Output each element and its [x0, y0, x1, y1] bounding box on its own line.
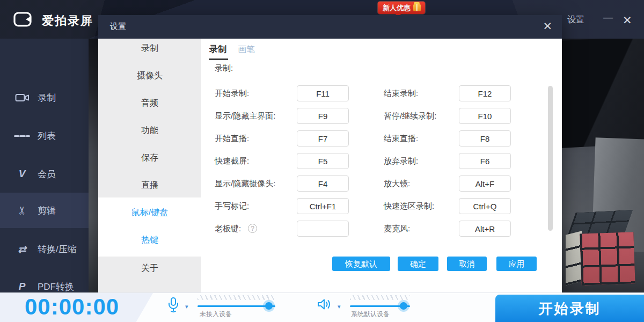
hotkey-input-stop-record[interactable] — [459, 85, 511, 101]
dialog-close-icon[interactable]: ✕ — [543, 20, 552, 33]
speaker-volume-ticks — [350, 295, 410, 300]
hotkey-label: 显示/隐藏主界面: — [215, 108, 275, 124]
nav-item-live[interactable]: 直播 — [98, 179, 201, 192]
hotkey-row: 开始直播: 结束直播: — [201, 130, 562, 147]
hotkey-label: 老板键: — [215, 221, 241, 237]
ok-button[interactable]: 确定 — [398, 257, 438, 271]
recording-timer: 00:00:00 — [25, 294, 119, 320]
hotkey-row: 开始录制: 结束录制: — [201, 85, 562, 101]
camcorder-icon — [14, 92, 30, 103]
nav-item-about[interactable]: 关于 — [98, 262, 201, 275]
microphone-icon[interactable] — [167, 297, 179, 313]
dialog-titlebar: 设置 ✕ — [98, 15, 562, 39]
hotkey-label: 手写标记: — [215, 198, 249, 214]
cancel-button[interactable]: 取消 — [447, 257, 487, 271]
hotkey-row: 手写标记: 快速选区录制: — [201, 198, 562, 214]
sidebar-item-member[interactable]: V 会员 — [0, 161, 89, 187]
sidebar-item-label: 会员 — [38, 168, 56, 180]
hotkey-input-toggle-camera[interactable] — [297, 175, 349, 192]
mic-volume-knob[interactable] — [265, 302, 273, 310]
hotkey-label: 显示/隐藏摄像头: — [215, 175, 275, 192]
sidebar-item-convert[interactable]: ⇄ 转换/压缩 — [0, 236, 89, 262]
restore-defaults-button[interactable]: 恢复默认 — [332, 257, 390, 271]
sidebar-item-label: 转换/压缩 — [38, 243, 77, 255]
hotkey-label: 麦克风: — [384, 221, 410, 237]
mic-volume-slider[interactable] — [197, 305, 275, 307]
sidebar-item-label: 列表 — [38, 130, 56, 142]
nav-item-feature[interactable]: 功能 — [98, 124, 201, 137]
hotkey-input-region-record[interactable] — [459, 198, 511, 214]
speaker-dropdown-chevron-down-icon[interactable]: ▾ — [338, 303, 341, 310]
hotkey-input-stop-live[interactable] — [459, 130, 511, 147]
rubiks-cube-image — [562, 211, 634, 287]
sidebar-item-record[interactable]: 录制 — [0, 85, 89, 111]
mic-dropdown-chevron-down-icon[interactable]: ▾ — [185, 303, 188, 310]
speaker-icon[interactable] — [317, 298, 332, 311]
nav-item-camera[interactable]: 摄像头 — [98, 69, 201, 82]
sidebar-item-edit[interactable]: ✂ 剪辑 — [0, 193, 89, 228]
hotkey-input-start-record[interactable] — [297, 85, 349, 101]
tab-brush[interactable]: 画笔 — [238, 44, 255, 55]
tab-record[interactable]: 录制 — [209, 44, 226, 55]
window-settings-button[interactable]: 设置 — [567, 14, 584, 26]
settings-dialog: 设置 ✕ 录制 摄像头 音频 功能 保存 直播 鼠标/键盘 热键 关于 录制 画… — [98, 15, 562, 292]
hotkey-label: 结束录制: — [384, 85, 418, 101]
hotkey-input-magnifier[interactable] — [459, 175, 511, 192]
hotkey-input-annotate[interactable] — [297, 198, 349, 214]
hotkey-input-pause-resume[interactable] — [459, 108, 511, 124]
nav-item-mouse-keyboard[interactable]: 鼠标/键盘 — [98, 206, 201, 219]
sidebar: 录制 列表 V 会员 ✂ 剪辑 ⇄ 转换/压缩 P PDF转换 — [0, 39, 89, 292]
convert-arrows-icon: ⇄ — [14, 243, 30, 255]
hotkey-input-start-live[interactable] — [297, 130, 349, 147]
app-window: 爱拍录屏 新人优惠 设置 — ✕ 录制 列表 V 会员 ✂ 剪辑 ⇄ 转换/压缩 — [0, 0, 644, 322]
hotkey-input-screenshot[interactable] — [297, 153, 349, 169]
apply-button[interactable]: 应用 — [496, 257, 537, 271]
hotkey-label: 暂停/继续录制: — [384, 108, 436, 124]
hotkey-input-discard-record[interactable] — [459, 153, 511, 169]
hotkey-label: 结束直播: — [384, 130, 418, 147]
section-label: 录制: — [215, 63, 233, 74]
hotkey-row: 显示/隐藏摄像头: 放大镜: — [201, 175, 562, 192]
sidebar-item-list[interactable]: 列表 — [0, 123, 89, 149]
hotkey-settings-panel: 录制 画笔 录制: 开始录制: 结束录制: 显示/隐藏主界面: 暂停/继续录制:… — [201, 39, 562, 292]
minimize-button[interactable]: — — [603, 12, 613, 23]
vip-icon: V — [14, 168, 30, 180]
new-user-promo-badge[interactable]: 新人优惠 — [378, 2, 425, 14]
sidebar-item-label: 录制 — [38, 92, 56, 104]
help-icon[interactable]: ? — [248, 224, 257, 233]
hotkey-row: 快速截屏: 放弃录制: — [201, 153, 562, 169]
nav-item-save[interactable]: 保存 — [98, 151, 201, 164]
list-icon — [14, 134, 30, 138]
mic-device-label: 未接入设备 — [200, 310, 232, 319]
speaker-volume-knob[interactable] — [400, 302, 407, 310]
hotkey-input-toggle-ui[interactable] — [297, 108, 349, 124]
close-window-button[interactable]: ✕ — [623, 14, 632, 27]
dialog-nav: 录制 摄像头 音频 功能 保存 直播 鼠标/键盘 热键 关于 — [98, 39, 201, 292]
speaker-device-label: 系统默认设备 — [351, 310, 390, 319]
dialog-title: 设置 — [110, 21, 126, 32]
nav-item-hotkey[interactable]: 热键 — [98, 233, 201, 246]
app-logo-icon — [13, 11, 34, 28]
background-monitor-shape — [558, 36, 644, 148]
pdf-icon: P — [14, 281, 30, 292]
hotkey-label: 放弃录制: — [384, 153, 418, 169]
nav-item-audio[interactable]: 音频 — [98, 97, 201, 109]
mic-volume-ticks — [197, 295, 275, 300]
hotkey-label: 快速选区录制: — [384, 198, 434, 214]
dialog-body: 录制 摄像头 音频 功能 保存 直播 鼠标/键盘 热键 关于 录制 画笔 录制:… — [98, 39, 562, 292]
dialog-scrollbar[interactable] — [548, 86, 553, 231]
scissors-icon: ✂ — [16, 202, 28, 218]
hotkey-label: 开始录制: — [215, 85, 249, 101]
bottom-control-bar: 00:00:00 ▾ 未接入设备 ▾ 系统默认设备 开始录制 — [0, 292, 644, 322]
sidebar-item-label: PDF转换 — [38, 281, 74, 293]
app-title: 爱拍录屏 — [42, 13, 93, 29]
start-recording-button[interactable]: 开始录制 — [495, 295, 644, 322]
hotkey-input-microphone[interactable] — [459, 221, 511, 237]
gift-icon — [413, 4, 421, 11]
nav-item-record[interactable]: 录制 — [98, 42, 201, 55]
hotkey-row: 显示/隐藏主界面: 暂停/继续录制: — [201, 108, 562, 124]
hotkey-label: 放大镜: — [384, 175, 410, 192]
hotkey-label: 开始直播: — [215, 130, 249, 147]
hotkey-row: 老板键: ? 麦克风: — [201, 221, 562, 237]
hotkey-input-boss-key[interactable] — [297, 221, 349, 237]
